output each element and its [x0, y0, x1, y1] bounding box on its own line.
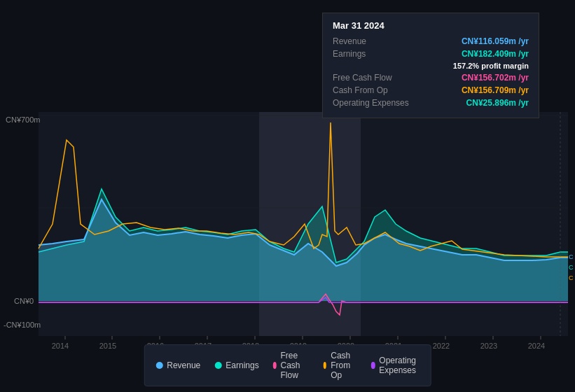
svg-text:2014: 2014 — [52, 342, 69, 350]
tooltip-opex-row: Operating Expenses CN¥25.896m /yr — [333, 98, 529, 108]
tooltip-revenue-row: Revenue CN¥116.059m /yr — [333, 36, 529, 46]
svg-text:2022: 2022 — [433, 342, 450, 350]
tooltip-revenue-value: CN¥116.059m /yr — [462, 36, 529, 46]
legend-dot-revenue — [155, 362, 162, 369]
legend-label-revenue: Revenue — [167, 360, 200, 370]
tooltip-revenue-label: Revenue — [333, 36, 417, 46]
tooltip-earnings-row: Earnings CN¥182.409m /yr — [333, 49, 529, 59]
legend-item-cashfromop[interactable]: Cash From Op — [323, 351, 357, 380]
tooltip-earnings-label: Earnings — [333, 49, 417, 59]
legend-item-revenue[interactable]: Revenue — [155, 360, 200, 370]
legend-dot-opex — [371, 362, 375, 369]
tooltip-opex-label: Operating Expenses — [333, 98, 417, 108]
svg-text:-CN¥100m: -CN¥100m — [4, 321, 41, 329]
svg-text:C: C — [569, 264, 574, 271]
tooltip-profit-margin-value: 157.2% profit margin — [453, 62, 529, 70]
svg-text:2015: 2015 — [99, 342, 116, 350]
legend-dot-fcf — [273, 362, 277, 369]
legend-item-earnings[interactable]: Earnings — [214, 360, 258, 370]
svg-text:2023: 2023 — [480, 342, 497, 350]
tooltip-title: Mar 31 2024 — [333, 20, 529, 31]
legend-dot-cashfromop — [323, 362, 326, 369]
svg-text:C: C — [569, 274, 574, 281]
legend-item-fcf[interactable]: Free Cash Flow — [273, 351, 310, 380]
tooltip-cashfromop-label: Cash From Op — [333, 85, 417, 95]
legend-label-earnings: Earnings — [226, 360, 258, 370]
legend-label-opex: Operating Expenses — [379, 356, 419, 375]
tooltip-fcf-label: Free Cash Flow — [333, 73, 417, 83]
tooltip-cashfromop-value: CN¥156.709m /yr — [462, 85, 529, 95]
svg-text:C: C — [569, 253, 574, 260]
tooltip: Mar 31 2024 Revenue CN¥116.059m /yr Earn… — [322, 13, 539, 118]
tooltip-fcf-value: CN¥156.702m /yr — [462, 73, 529, 83]
legend-dot-earnings — [214, 362, 221, 369]
svg-text:CN¥700m: CN¥700m — [6, 115, 41, 124]
svg-text:CN¥0: CN¥0 — [14, 297, 34, 305]
svg-text:2024: 2024 — [528, 342, 545, 350]
chart-container: Mar 31 2024 Revenue CN¥116.059m /yr Earn… — [0, 0, 575, 392]
tooltip-profit-margin-row: 157.2% profit margin — [333, 62, 529, 70]
tooltip-cashfromop-row: Cash From Op CN¥156.709m /yr — [333, 85, 529, 95]
tooltip-opex-value: CN¥25.896m /yr — [466, 98, 529, 108]
chart-legend: Revenue Earnings Free Cash Flow Cash Fro… — [144, 344, 431, 386]
legend-label-cashfromop: Cash From Op — [331, 351, 357, 380]
legend-label-fcf: Free Cash Flow — [281, 351, 310, 380]
tooltip-earnings-value: CN¥182.409m /yr — [462, 49, 529, 59]
tooltip-fcf-row: Free Cash Flow CN¥156.702m /yr — [333, 73, 529, 83]
legend-item-opex[interactable]: Operating Expenses — [371, 356, 420, 375]
